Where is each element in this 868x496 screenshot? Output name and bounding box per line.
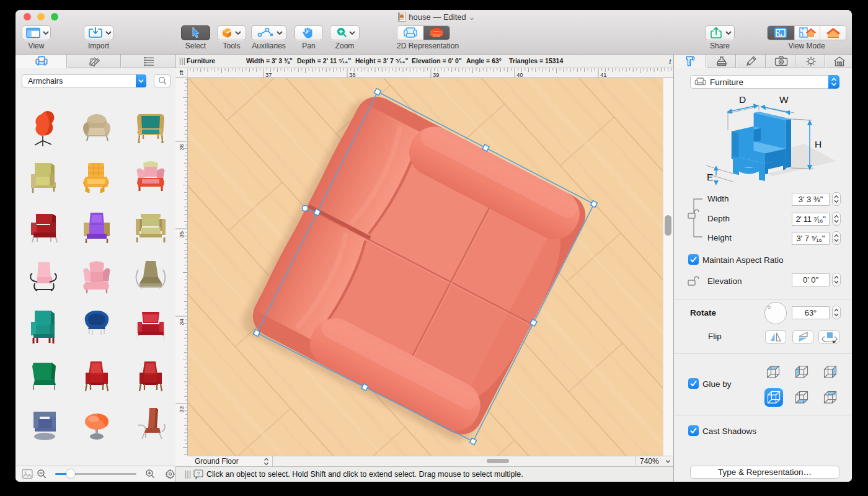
svg-text:W: W	[779, 94, 789, 105]
svg-text:D: D	[739, 94, 746, 105]
svg-text:40: 40	[516, 71, 523, 78]
svg-text:39: 39	[433, 71, 440, 78]
svg-text:33: 33	[178, 406, 185, 413]
svg-text:?: ?	[197, 471, 200, 477]
svg-text:35: 35	[178, 231, 185, 238]
svg-text:E: E	[707, 172, 713, 182]
svg-text:41: 41	[600, 71, 607, 78]
svg-text:H: H	[815, 139, 822, 149]
svg-text:34: 34	[178, 319, 185, 326]
svg-text:36: 36	[178, 144, 185, 151]
svg-text:38: 38	[349, 71, 356, 78]
svg-text:37: 37	[265, 71, 272, 78]
